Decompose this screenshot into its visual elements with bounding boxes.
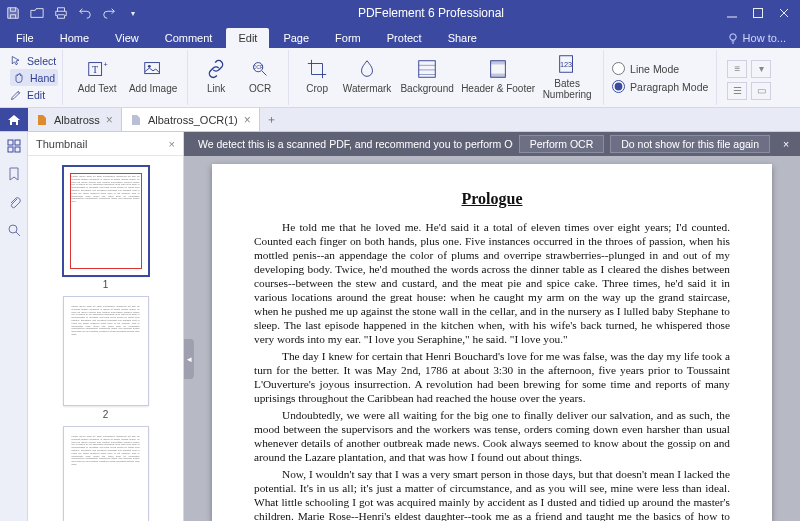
- ocr-notice-bar: i We detect this is a scanned PDF, and r…: [184, 132, 800, 156]
- maximize-button[interactable]: [746, 3, 770, 23]
- doc-paragraph: Now, I wouldn't say that I was a very sm…: [254, 467, 730, 521]
- thumbnails-icon[interactable]: [6, 138, 22, 154]
- text-icon: T+: [86, 58, 108, 80]
- svg-rect-12: [491, 74, 506, 78]
- menu-view[interactable]: View: [103, 28, 151, 48]
- document-page: Prologue He told me that he loved me. He…: [212, 164, 772, 521]
- svg-text:123: 123: [560, 59, 572, 68]
- menu-share[interactable]: Share: [436, 28, 489, 48]
- thumbnail-page-2[interactable]: Lorem ipsum dolor sit amet consectetur a…: [63, 296, 149, 420]
- page-canvas[interactable]: ◂ Prologue He told me that he loved me. …: [184, 156, 800, 521]
- add-text-button[interactable]: T+Add Text: [69, 50, 125, 102]
- quick-access-toolbar: ▾: [4, 4, 142, 22]
- redo-icon[interactable]: [100, 4, 118, 22]
- select-tool[interactable]: Select: [10, 52, 58, 69]
- ribbon-insert: T+Add Text Add Image: [63, 50, 188, 105]
- align-option-2[interactable]: ☰: [727, 82, 747, 100]
- menu-home[interactable]: Home: [48, 28, 101, 48]
- home-icon: [7, 113, 21, 127]
- lightbulb-icon: [727, 32, 739, 44]
- svg-rect-17: [8, 147, 13, 152]
- link-button[interactable]: Link: [194, 50, 238, 102]
- align-dropdown[interactable]: ▾: [751, 60, 771, 78]
- close-notice-icon[interactable]: ×: [776, 138, 796, 150]
- document-viewer: i We detect this is a scanned PDF, and r…: [184, 132, 800, 521]
- doc-tab-0[interactable]: Albatross ×: [28, 108, 122, 131]
- open-icon[interactable]: [28, 4, 46, 22]
- svg-rect-11: [491, 61, 506, 65]
- window-controls: [720, 3, 796, 23]
- thumbnail-panel: Thumbnail × Lorem ipsum dolor sit amet c…: [28, 132, 184, 521]
- background-icon: [416, 58, 438, 80]
- svg-point-19: [9, 225, 17, 233]
- save-icon[interactable]: [4, 4, 22, 22]
- hand-tool[interactable]: Hand: [10, 69, 58, 86]
- background-button[interactable]: Background: [395, 50, 459, 102]
- ribbon-page-design: Crop Watermark Background Header & Foote…: [289, 50, 604, 105]
- doc-heading: Prologue: [254, 190, 730, 208]
- watermark-button[interactable]: Watermark: [339, 50, 395, 102]
- image-icon: [142, 58, 164, 80]
- app-title: PDFelement 6 Professional: [142, 6, 720, 20]
- align-option-3[interactable]: ▭: [751, 82, 771, 100]
- close-panel-icon[interactable]: ×: [169, 138, 175, 150]
- thumbnail-page-1[interactable]: Lorem ipsum dolor sit amet consectetur a…: [63, 166, 149, 290]
- edit-tool[interactable]: Edit: [10, 86, 58, 103]
- ocr-button[interactable]: OCROCR: [238, 50, 282, 102]
- close-tab-icon[interactable]: ×: [106, 113, 113, 127]
- menu-protect[interactable]: Protect: [375, 28, 434, 48]
- add-tab-button[interactable]: ＋: [260, 108, 284, 131]
- menu-form[interactable]: Form: [323, 28, 373, 48]
- header-footer-icon: [487, 58, 509, 80]
- svg-point-6: [148, 65, 151, 68]
- minimize-button[interactable]: [720, 3, 744, 23]
- svg-text:+: +: [104, 60, 108, 69]
- menu-bar: File Home View Comment Edit Page Form Pr…: [0, 26, 800, 48]
- crop-icon: [306, 58, 328, 80]
- close-button[interactable]: [772, 3, 796, 23]
- close-tab-icon[interactable]: ×: [244, 113, 251, 127]
- menu-file[interactable]: File: [4, 28, 46, 48]
- undo-icon[interactable]: [76, 4, 94, 22]
- menu-page[interactable]: Page: [271, 28, 321, 48]
- doc-tab-label: Albatross_OCR(1): [148, 114, 238, 126]
- search-icon[interactable]: [6, 222, 22, 238]
- crop-button[interactable]: Crop: [295, 50, 339, 102]
- prev-page-handle[interactable]: ◂: [184, 339, 194, 379]
- ocr-icon: OCR: [249, 58, 271, 80]
- header-footer-button[interactable]: Header & Footer: [459, 50, 537, 102]
- title-bar: ▾ PDFelement 6 Professional: [0, 0, 800, 26]
- paragraph-mode-radio[interactable]: Paragraph Mode: [612, 78, 708, 96]
- file-icon: [130, 114, 142, 126]
- ribbon-edit-mode: Line Mode Paragraph Mode: [604, 50, 717, 105]
- notice-text: We detect this is a scanned PDF, and rec…: [198, 138, 513, 150]
- svg-rect-18: [15, 147, 20, 152]
- align-option-1[interactable]: ≡: [727, 60, 747, 78]
- thumbnail-panel-title: Thumbnail: [36, 138, 87, 150]
- print-icon[interactable]: [52, 4, 70, 22]
- doc-tab-1[interactable]: Albatross_OCR(1) ×: [122, 108, 260, 131]
- ribbon: Select Hand Edit T+Add Text Add Image Li…: [0, 48, 800, 108]
- dismiss-notice-button[interactable]: Do not show for this file again: [610, 135, 770, 153]
- line-mode-radio[interactable]: Line Mode: [612, 60, 708, 78]
- document-tab-strip: Albatross × Albatross_OCR(1) × ＋: [0, 108, 800, 132]
- bookmark-icon[interactable]: [6, 166, 22, 182]
- ribbon-link-ocr: Link OCROCR: [188, 50, 289, 105]
- svg-rect-16: [15, 140, 20, 145]
- menu-edit[interactable]: Edit: [226, 28, 269, 48]
- attachment-icon[interactable]: [6, 194, 22, 210]
- menu-comment[interactable]: Comment: [153, 28, 225, 48]
- help-search[interactable]: How to...: [717, 32, 796, 48]
- bates-button[interactable]: 123Bates Numbering: [537, 50, 597, 102]
- svg-text:T: T: [92, 64, 98, 75]
- home-button[interactable]: [0, 108, 28, 131]
- svg-point-1: [729, 34, 735, 40]
- qat-dropdown-icon[interactable]: ▾: [124, 4, 142, 22]
- svg-rect-15: [8, 140, 13, 145]
- doc-paragraph: The day I knew for certain that Henri Bo…: [254, 349, 730, 405]
- thumbnail-list[interactable]: Lorem ipsum dolor sit amet consectetur a…: [28, 156, 183, 521]
- add-image-button[interactable]: Add Image: [125, 50, 181, 102]
- thumbnail-page-3[interactable]: Lorem ipsum dolor sit amet consectetur a…: [63, 426, 149, 521]
- perform-ocr-button[interactable]: Perform OCR: [519, 135, 605, 153]
- ribbon-quick-tools: Select Hand Edit: [6, 50, 63, 105]
